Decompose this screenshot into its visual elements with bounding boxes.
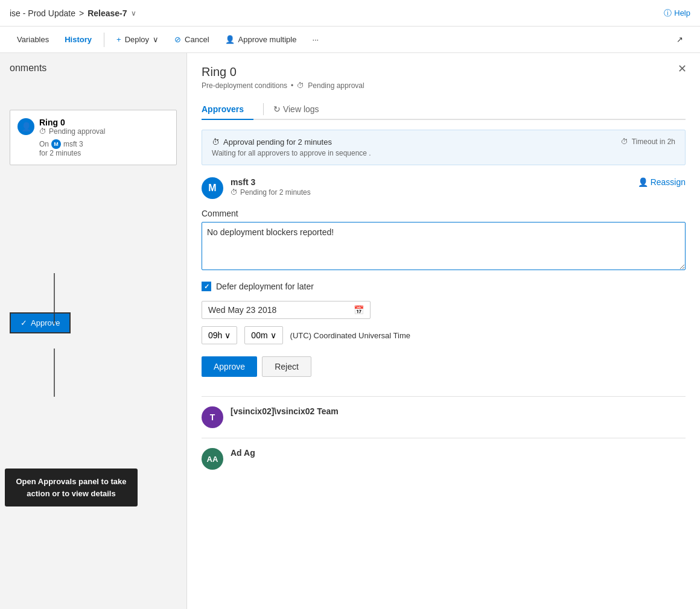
- cancel-label: Cancel: [185, 35, 209, 44]
- approver1-avatar: M: [202, 177, 223, 199]
- approver3-info: Ad Ag: [231, 448, 686, 458]
- hours-select[interactable]: 09h ∨: [202, 326, 237, 344]
- tabs: Approvers ↻ View logs: [202, 99, 686, 120]
- view-logs-icon: ↻: [273, 104, 281, 114]
- panel-title: Ring 0: [202, 65, 686, 79]
- approve-multiple-label: Approve multiple: [238, 35, 297, 44]
- defer-label: Defer deployment for later: [216, 282, 314, 291]
- tab-approvers[interactable]: Approvers: [202, 99, 253, 120]
- defer-checkbox[interactable]: ✓: [202, 282, 211, 291]
- release-name[interactable]: Release-7: [88, 8, 127, 18]
- approver2-avatar: T: [202, 406, 223, 428]
- minutes-value: 00m: [251, 330, 267, 340]
- expand-icon: ↗: [676, 35, 683, 44]
- info-box-title: ⏱ Approval pending for 2 minutes: [212, 137, 371, 147]
- tab-view-logs[interactable]: ↻ View logs: [273, 99, 329, 119]
- history-button[interactable]: History: [57, 31, 99, 48]
- help-circle-icon: ⓘ: [664, 8, 672, 19]
- main-layout: onments 👤 Ring 0 ⏱ Pending approval On: [0, 53, 700, 609]
- plus-icon: +: [116, 35, 121, 44]
- date-value: Wed May 23 2018: [208, 305, 276, 315]
- info-box-subtitle: Waiting for all approvers to approve in …: [212, 149, 371, 157]
- minutes-chevron-icon: ∨: [270, 330, 276, 340]
- help-label: Help: [674, 8, 690, 17]
- approver1-info: msft 3 ⏱ Pending for 2 minutes: [231, 177, 631, 197]
- right-panel: ✕ Ring 0 Pre-deployment conditions • ⏱ P…: [187, 53, 700, 609]
- date-row: Wed May 23 2018 📅: [202, 301, 686, 319]
- calendar-icon[interactable]: 📅: [354, 305, 364, 315]
- approver3-name: Ad Ag: [231, 448, 686, 458]
- reassign-button[interactable]: 👤 Reassign: [638, 177, 686, 187]
- on-info: On M msft 3: [39, 139, 169, 149]
- approve-button[interactable]: Approve: [202, 356, 257, 377]
- msft-badge: M: [51, 139, 61, 149]
- approver1-clock-icon: ⏱: [231, 188, 238, 197]
- cancel-button[interactable]: ⊘ Cancel: [167, 31, 216, 48]
- info-box: ⏱ Approval pending for 2 minutes Waiting…: [202, 130, 686, 165]
- left-approve-button[interactable]: ✓ Approve: [10, 312, 71, 333]
- toolbar-divider: [104, 33, 104, 47]
- expand-button[interactable]: ↗: [669, 31, 690, 48]
- timeout-clock-icon: ⏱: [621, 137, 628, 146]
- breadcrumb-separator: >: [79, 8, 84, 18]
- minutes-select[interactable]: 00m ∨: [244, 326, 282, 344]
- ring-card-info: On M msft 3 for 2 minutes: [18, 139, 169, 157]
- person-icon: 👤: [21, 122, 31, 131]
- subtitle-dot: •: [291, 81, 293, 90]
- close-button[interactable]: ✕: [673, 60, 690, 77]
- approve-multiple-button[interactable]: 👤 Approve multiple: [218, 31, 304, 48]
- timeout-info: ⏱ Timeout in 2h: [621, 137, 675, 146]
- ring-avatar: 👤: [18, 118, 34, 135]
- deploy-label: Deploy: [125, 35, 149, 44]
- left-panel: onments 👤 Ring 0 ⏱ Pending approval On: [0, 53, 187, 609]
- approver3-avatar: AA: [202, 448, 223, 470]
- conditions-text: Pre-deployment conditions: [202, 81, 287, 90]
- comment-textarea[interactable]: [202, 222, 686, 270]
- checkmark-icon: ✓: [204, 283, 209, 291]
- tooltip-box: Open Approvals panel to take action or t…: [5, 469, 138, 506]
- ring-card[interactable]: 👤 Ring 0 ⏱ Pending approval On M msft 3 …: [10, 110, 177, 165]
- tab-divider: [263, 103, 264, 115]
- reassign-person-icon: 👤: [638, 177, 648, 187]
- timeout-label: Timeout in 2h: [632, 137, 675, 146]
- defer-checkbox-row[interactable]: ✓ Defer deployment for later: [202, 282, 686, 291]
- clock-status-icon: ⏱: [39, 127, 46, 136]
- reject-button[interactable]: Reject: [262, 356, 311, 377]
- comment-label: Comment: [202, 209, 686, 218]
- variables-button[interactable]: Variables: [10, 31, 56, 48]
- ring-card-title: Ring 0: [39, 118, 105, 127]
- hours-chevron-icon: ∨: [224, 330, 231, 340]
- top-bar: ise - Prod Update > Release-7 ∨ ⓘ Help: [0, 0, 700, 27]
- action-buttons: Approve Reject: [202, 356, 686, 377]
- more-button[interactable]: ···: [305, 31, 326, 48]
- approver2-name: [vsincix02]\vsincix02 Team: [231, 406, 686, 416]
- ring-duration: for 2 minutes: [39, 149, 169, 157]
- ring-card-header: 👤 Ring 0 ⏱ Pending approval: [18, 118, 169, 136]
- panel-content: Ring 0 Pre-deployment conditions • ⏱ Pen…: [187, 53, 700, 491]
- section-divider-2: [202, 438, 686, 438]
- info-clock-icon: ⏱: [212, 137, 220, 147]
- ring-card-status: ⏱ Pending approval: [39, 127, 105, 136]
- section-divider: [202, 396, 686, 397]
- timezone-label: (UTC) Coordinated Universal Time: [290, 331, 410, 340]
- approver1-row: M msft 3 ⏱ Pending for 2 minutes 👤 Reass…: [202, 177, 686, 199]
- tooltip-text: Open Approvals panel to take action or t…: [16, 477, 126, 498]
- info-box-left: ⏱ Approval pending for 2 minutes Waiting…: [212, 137, 371, 157]
- approver2-info: [vsincix02]\vsincix02 Team: [231, 406, 686, 416]
- variables-label: Variables: [17, 35, 49, 44]
- breadcrumb-prefix: ise - Prod Update: [10, 8, 75, 18]
- deploy-button[interactable]: + Deploy ∨: [109, 31, 166, 48]
- history-label: History: [65, 35, 92, 44]
- chevron-down-icon[interactable]: ∨: [131, 9, 136, 17]
- more-icon: ···: [312, 35, 319, 44]
- time-row: 09h ∨ 00m ∨ (UTC) Coordinated Universal …: [202, 326, 686, 344]
- help-link[interactable]: ⓘ Help: [664, 8, 690, 19]
- clock-subtitle-icon: ⏱: [297, 81, 304, 90]
- approver3-row: AA Ad Ag: [202, 448, 686, 470]
- approver1-status: ⏱ Pending for 2 minutes: [231, 188, 631, 197]
- breadcrumb: ise - Prod Update > Release-7 ∨: [10, 8, 136, 18]
- left-panel-title: onments: [10, 63, 177, 74]
- date-input[interactable]: Wed May 23 2018 📅: [202, 301, 371, 319]
- approver2-row: T [vsincix02]\vsincix02 Team: [202, 406, 686, 428]
- hours-value: 09h: [208, 330, 222, 340]
